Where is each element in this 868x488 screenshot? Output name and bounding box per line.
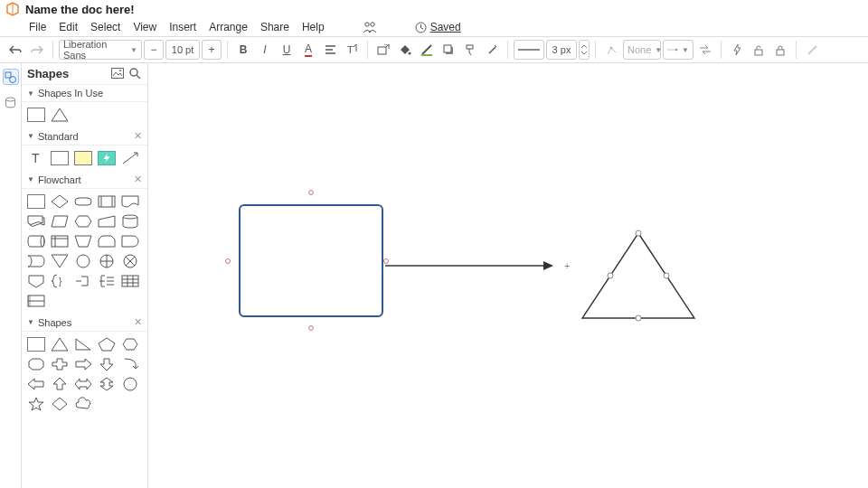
handle-left[interactable] <box>225 258 231 264</box>
sh-arrow-lr[interactable] <box>74 377 92 391</box>
fc-terminator[interactable] <box>74 194 92 209</box>
close-icon[interactable]: ✕ <box>134 130 142 142</box>
fc-predef[interactable] <box>98 194 116 209</box>
undo-button[interactable] <box>5 40 25 60</box>
fc-internal[interactable] <box>51 234 69 249</box>
fc-table[interactable] <box>121 274 139 288</box>
flip-arrow-button[interactable] <box>695 40 715 60</box>
shape-size-button[interactable] <box>373 40 393 60</box>
fc-loop[interactable] <box>98 234 116 249</box>
text-direction-button[interactable]: T <box>342 40 362 60</box>
fc-brace[interactable]: } <box>51 274 69 288</box>
canvas-arrow[interactable] <box>385 260 557 271</box>
shape-rect[interactable] <box>27 108 45 122</box>
line-style-select[interactable] <box>514 40 544 60</box>
font-size-incr[interactable]: + <box>202 40 222 60</box>
fc-or[interactable] <box>121 254 139 268</box>
fc-swim[interactable] <box>27 294 45 308</box>
fc-process[interactable] <box>27 194 45 209</box>
fc-harddisk[interactable] <box>27 234 45 249</box>
section-shapes[interactable]: ▼Shapes ✕ <box>22 314 147 332</box>
shape-note[interactable] <box>74 151 92 165</box>
fc-extract[interactable] <box>51 254 69 268</box>
sh-rect[interactable] <box>27 337 45 352</box>
arrow-style-select[interactable]: ▼ <box>663 40 693 60</box>
sh-diamond[interactable] <box>51 397 69 411</box>
lock-open-icon[interactable] <box>749 40 769 60</box>
sh-arrow-l[interactable] <box>27 377 45 391</box>
sh-cross[interactable] <box>51 357 69 371</box>
menu-edit[interactable]: Edit <box>59 21 78 33</box>
shape-triangle[interactable] <box>51 108 69 122</box>
magic-button[interactable] <box>482 40 502 60</box>
fc-sum[interactable] <box>98 254 116 268</box>
fc-display[interactable] <box>27 254 45 268</box>
fc-manual[interactable] <box>74 234 92 249</box>
shape-text[interactable]: T <box>27 151 45 165</box>
fc-connector[interactable] <box>74 254 92 268</box>
fc-decision[interactable] <box>51 194 69 209</box>
align-button[interactable] <box>320 40 340 60</box>
waypoint-icon[interactable] <box>601 40 621 60</box>
sh-rtri[interactable] <box>74 337 92 352</box>
font-color-button[interactable]: A <box>298 40 318 60</box>
sh-cloud[interactable] <box>74 397 92 411</box>
fc-data[interactable] <box>51 214 69 229</box>
menu-insert[interactable]: Insert <box>169 21 196 33</box>
spark-icon[interactable] <box>727 40 747 60</box>
canvas-triangle[interactable] <box>580 231 696 322</box>
stroke-width-field[interactable]: 3 px <box>546 40 577 60</box>
canvas[interactable]: + <box>148 63 868 488</box>
shape-arrow-line[interactable] <box>121 151 139 165</box>
underline-button[interactable]: U <box>277 40 297 60</box>
sh-arrow-u[interactable] <box>51 377 69 391</box>
doc-title[interactable]: Name the doc here! <box>25 3 135 16</box>
fc-annotation[interactable] <box>98 274 116 288</box>
section-standard[interactable]: ▼Standard ✕ <box>22 127 147 145</box>
sh-arrow-ud[interactable] <box>98 377 116 391</box>
menu-file[interactable]: File <box>29 21 46 33</box>
sh-oct[interactable] <box>27 357 45 371</box>
handle-bottom[interactable] <box>308 325 314 331</box>
font-size-field[interactable]: 10 pt <box>165 40 200 60</box>
italic-button[interactable]: I <box>255 40 275 60</box>
lock-closed-icon[interactable] <box>770 40 790 60</box>
menu-view[interactable]: View <box>133 21 156 33</box>
fc-prep[interactable] <box>74 214 92 229</box>
handle-top[interactable] <box>308 190 314 195</box>
fc-db[interactable] <box>121 214 139 229</box>
sh-arc-d[interactable] <box>121 357 139 371</box>
sh-pent[interactable] <box>98 337 116 352</box>
section-flowchart[interactable]: ▼Flowchart ✕ <box>22 171 147 189</box>
bold-button[interactable]: B <box>233 40 253 60</box>
shape-bolt[interactable] <box>98 151 116 165</box>
menu-arrange[interactable]: Arrange <box>209 21 248 33</box>
sh-arrow-r[interactable] <box>74 357 92 371</box>
shape-rect2[interactable] <box>51 151 69 165</box>
fc-doc[interactable] <box>121 194 139 209</box>
format-paint-button[interactable] <box>460 40 480 60</box>
fc-note[interactable] <box>74 274 92 288</box>
rail-shapes-icon[interactable] <box>3 69 19 85</box>
shadow-button[interactable] <box>439 40 458 60</box>
close-icon[interactable]: ✕ <box>134 316 142 328</box>
menu-share[interactable]: Share <box>260 21 289 33</box>
fc-offpage[interactable] <box>27 274 45 288</box>
collab-icon[interactable] <box>363 21 377 33</box>
sh-tri[interactable] <box>51 337 69 352</box>
sh-hex[interactable] <box>121 337 139 352</box>
redo-button[interactable] <box>27 40 47 60</box>
fc-multidoc[interactable] <box>27 214 45 229</box>
fill-color-button[interactable] <box>395 40 415 60</box>
sh-circle[interactable] <box>121 377 139 391</box>
font-family-select[interactable]: Liberation Sans▼ <box>59 40 142 60</box>
stroke-stepper[interactable] <box>579 40 590 60</box>
menu-help[interactable]: Help <box>302 21 325 33</box>
line-cap-select[interactable]: None▼ <box>623 40 661 60</box>
sh-arrow-d[interactable] <box>98 357 116 371</box>
fc-delay[interactable] <box>121 234 139 249</box>
close-icon[interactable]: ✕ <box>134 174 142 185</box>
section-in-use[interactable]: ▼Shapes In Use <box>22 85 147 102</box>
saved-status[interactable]: Saved <box>415 21 461 33</box>
rail-db-icon[interactable] <box>3 94 19 110</box>
